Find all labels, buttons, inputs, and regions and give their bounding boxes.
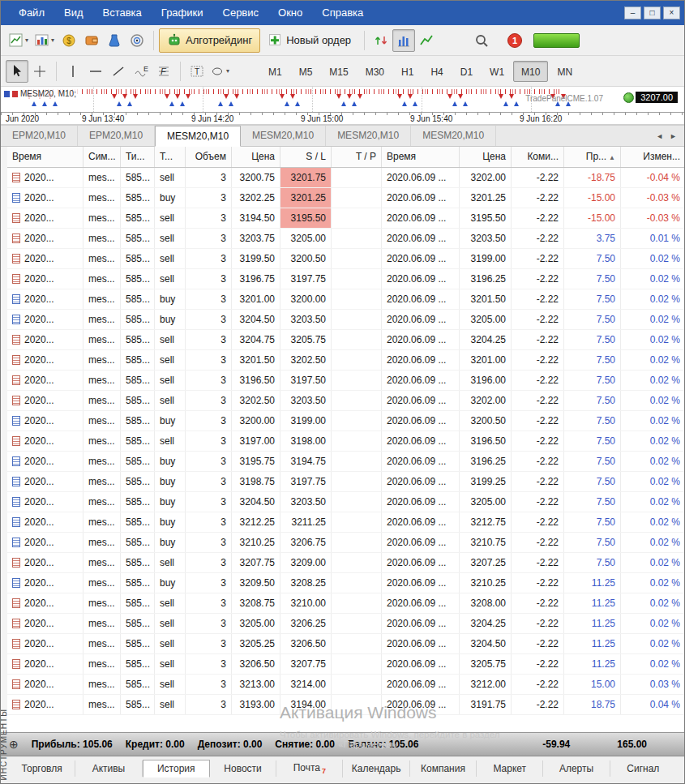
horizontal-line-button[interactable] (84, 60, 107, 83)
history-row[interactable]: 2020...mes...585...buy33209.503208.25202… (7, 573, 684, 593)
chart-tab-1[interactable]: EPM20,M10 (78, 126, 155, 146)
timeframe-w1[interactable]: W1 (482, 61, 512, 82)
history-row[interactable]: 2020...mes...585...buy33200.003199.00202… (7, 411, 684, 431)
column-header-8[interactable]: Время (382, 147, 460, 167)
restore-button[interactable]: □ (644, 6, 661, 19)
zoom-button[interactable] (470, 29, 493, 52)
history-row[interactable]: 2020...mes...585...sell33202.503203.5020… (7, 391, 684, 411)
menu-item-3[interactable]: Графики (152, 1, 213, 25)
tab-scroll-left-icon[interactable]: ◄ (656, 132, 663, 140)
deposit-button[interactable]: $ (58, 29, 80, 52)
timeframe-m5[interactable]: M5 (291, 61, 321, 82)
history-row[interactable]: 2020...mes...585...sell33193.003194.0020… (7, 695, 684, 715)
bottom-tab-1[interactable]: Активы (75, 760, 142, 777)
history-row[interactable]: 2020...mes...585...sell33196.753197.7520… (7, 269, 684, 289)
chart-tab-4[interactable]: MESM20,M10 (326, 126, 411, 146)
column-header-0[interactable]: Время (7, 147, 83, 167)
history-row[interactable]: 2020...mes...585...buy33198.753197.75202… (7, 472, 684, 492)
timeframe-m1[interactable]: M1 (260, 61, 290, 82)
bottom-tab-2[interactable]: История (143, 760, 210, 778)
bottom-tab-9[interactable]: Сигнал (610, 760, 676, 777)
new-chart-button[interactable]: ▾ (6, 29, 32, 52)
line-chart-button[interactable] (415, 29, 438, 52)
history-row[interactable]: 2020...mes...585...sell33200.753201.7520… (7, 168, 684, 188)
menu-item-2[interactable]: Вставка (93, 1, 152, 25)
tick-chart-button[interactable] (370, 29, 392, 52)
text-tool-button[interactable]: T (186, 60, 208, 83)
chart-strip[interactable]: MESM20, M10; TradePanelCME.1.07 3207.00 … (1, 87, 684, 126)
cursor-button[interactable] (6, 60, 28, 83)
tab-scroll-right-icon[interactable]: ► (670, 132, 677, 140)
minimize-button[interactable]: – (624, 6, 641, 19)
history-row[interactable]: 2020...mes...585...buy33210.253206.75202… (7, 533, 684, 553)
timeframe-mn[interactable]: MN (549, 61, 580, 82)
bottom-tab-8[interactable]: Алерты (543, 760, 610, 777)
history-row[interactable]: 2020...mes...585...buy33201.003200.00202… (7, 289, 684, 310)
column-header-1[interactable]: Сим... (83, 147, 121, 167)
status-plus-icon[interactable]: ⊕ (9, 738, 19, 751)
history-row[interactable]: 2020...mes...585...sell33207.753209.0020… (7, 553, 684, 573)
timeframe-h1[interactable]: H1 (393, 61, 422, 82)
menu-item-6[interactable]: Справка (312, 1, 373, 25)
history-row[interactable]: 2020...mes...585...sell33206.503207.7520… (7, 654, 684, 675)
bottom-tab-7[interactable]: Маркет (477, 760, 543, 777)
history-row[interactable]: 2020...mes...585...buy33204.503203.50202… (7, 310, 684, 330)
chart-tab-2[interactable]: MESM20,M10 (155, 126, 241, 147)
target-button[interactable] (126, 29, 148, 52)
close-button[interactable]: × (663, 6, 680, 19)
column-header-12[interactable]: Измен... (621, 147, 685, 167)
bottom-tab-0[interactable]: Торговля (9, 760, 75, 777)
flask-button[interactable] (103, 29, 126, 52)
menu-item-0[interactable]: Файл (9, 1, 54, 25)
history-row[interactable]: 2020...mes...585...sell33199.503200.5020… (7, 249, 684, 269)
timeframe-m10[interactable]: M10 (513, 61, 548, 82)
column-header-4[interactable]: Объем (186, 147, 232, 167)
wallet-button[interactable] (80, 29, 103, 52)
history-row[interactable]: 2020...mes...585...sell33196.503197.5020… (7, 371, 684, 391)
shapes-button[interactable]: ▾ (208, 60, 233, 83)
notification-badge[interactable]: 1 (507, 33, 522, 48)
column-header-10[interactable]: Коми... (512, 147, 564, 167)
vertical-line-button[interactable] (62, 60, 84, 83)
history-row[interactable]: 2020...mes...585...buy33195.753194.75202… (7, 452, 684, 472)
timeframe-m30[interactable]: M30 (357, 61, 392, 82)
history-row[interactable]: 2020...mes...585...sell33213.003214.0020… (7, 675, 684, 695)
history-row[interactable]: 2020...mes...585...sell33194.503195.5020… (7, 208, 684, 229)
bar-chart-button[interactable] (392, 29, 415, 52)
bottom-tab-3[interactable]: Новости (210, 760, 276, 777)
history-row[interactable]: 2020...mes...585...buy33202.253201.25202… (7, 188, 684, 208)
timeframe-d1[interactable]: D1 (452, 61, 481, 82)
menu-item-4[interactable]: Сервис (213, 1, 269, 25)
trendline-button[interactable] (107, 60, 130, 83)
timeframe-m15[interactable]: M15 (321, 61, 356, 82)
column-header-2[interactable]: Ти... (121, 147, 155, 167)
column-header-6[interactable]: S / L (280, 147, 332, 167)
chart-tab-3[interactable]: MESM20,M10 (241, 126, 326, 146)
bottom-tab-5[interactable]: Календарь (343, 760, 409, 777)
history-row[interactable]: 2020...mes...585...sell33204.753205.7520… (7, 330, 684, 350)
chart-tab-5[interactable]: MESM20,M10 (411, 126, 496, 146)
column-header-5[interactable]: Цена (232, 147, 280, 167)
algo-trading-button[interactable]: Алготрейдинг (159, 28, 260, 53)
fibonacci-button[interactable]: F (152, 60, 175, 83)
bottom-tab-4[interactable]: Почта7 (276, 760, 343, 778)
chart-tab-0[interactable]: EPM20,M10 (1, 126, 78, 146)
history-row[interactable]: 2020...mes...585...sell33197.003198.0020… (7, 431, 684, 452)
column-header-9[interactable]: Цена (460, 147, 512, 167)
profiles-button[interactable]: ▾ (32, 29, 58, 52)
history-row[interactable]: 2020...mes...585...sell33205.253206.5020… (7, 634, 684, 654)
new-order-button[interactable]: Новый ордер (260, 29, 359, 52)
history-row[interactable]: 2020...mes...585...sell33205.003206.2520… (7, 614, 684, 634)
history-row[interactable]: 2020...mes...585...sell33201.503202.5020… (7, 350, 684, 371)
column-header-7[interactable]: T / P (332, 147, 382, 167)
crosshair-button[interactable] (28, 60, 51, 83)
menu-item-1[interactable]: Вид (54, 1, 93, 25)
column-header-11[interactable]: Пр...▲ (564, 147, 621, 167)
column-header-3[interactable]: Т... (155, 147, 186, 167)
history-row[interactable]: 2020...mes...585...buy33204.503203.50202… (7, 492, 684, 512)
bottom-tab-6[interactable]: Компания (410, 760, 477, 777)
timeframe-h4[interactable]: H4 (422, 61, 451, 82)
history-row[interactable]: 2020...mes...585...buy33212.253211.25202… (7, 512, 684, 533)
history-row[interactable]: 2020...mes...585...sell33208.753210.0020… (7, 593, 684, 614)
history-row[interactable]: 2020...mes...585...sell33203.753205.0020… (7, 229, 684, 249)
